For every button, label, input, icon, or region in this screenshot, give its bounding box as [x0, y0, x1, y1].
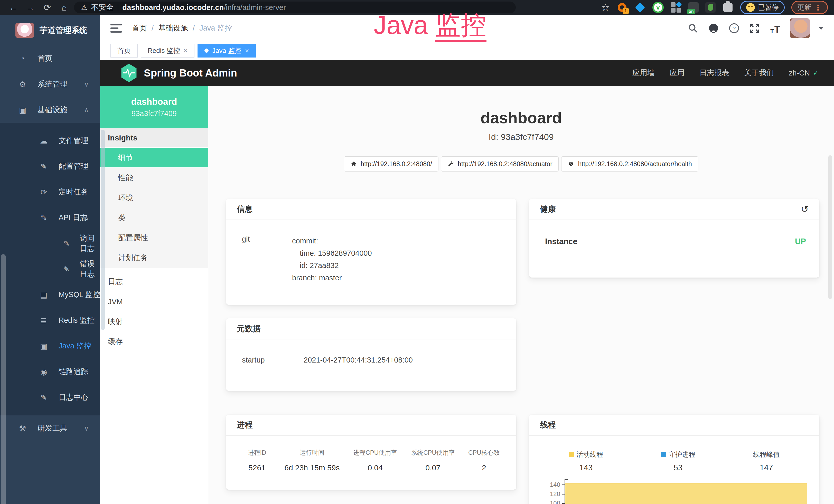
user-avatar[interactable] [790, 18, 810, 38]
sba-nav-journal[interactable]: 日志报表 [699, 68, 729, 78]
sidebar-item-api-logs[interactable]: ✎ API 日志 ∧ [0, 205, 100, 231]
reload-icon[interactable]: ⟳ [40, 2, 54, 13]
sba-nav-applications[interactable]: 应用 [670, 68, 684, 78]
user-menu-caret-icon[interactable] [818, 27, 824, 30]
font-size-icon[interactable]: TT [769, 22, 781, 34]
close-tab-icon[interactable]: × [245, 47, 249, 55]
breadcrumb-separator: / [193, 24, 195, 32]
app-logo [16, 23, 34, 38]
instance-id-line: Id: 93a3fc7f7409 [208, 132, 834, 142]
url-text[interactable]: dashboard.yudao.iocoder.cn/infra/admin-s… [122, 3, 286, 12]
annotation-java-monitor: Java 监控 [374, 10, 486, 40]
info-panel-title: 信息 [226, 199, 516, 220]
instance-nav-jvm[interactable]: JVM [100, 292, 208, 312]
tab-home[interactable]: 首页 [110, 44, 138, 58]
sidebar-item-error-logs[interactable]: ✎ 错误日志 [0, 256, 100, 282]
threads-legend: 活动线程 143 守护进程 53 线程峰值 147 [540, 450, 809, 473]
process-panel-title: 进程 [226, 415, 516, 436]
extension-grid-icon[interactable] [671, 2, 682, 13]
kebab-menu-icon[interactable]: ⋮ [814, 3, 822, 12]
wrench-icon [447, 161, 454, 167]
insights-group-label: Insights [100, 129, 208, 148]
sidebar-item-home[interactable]: ◔ 首页 [0, 46, 100, 71]
health-url-button[interactable]: http://192.168.0.2:48080/actuator/health [561, 156, 698, 171]
extension-badge: 1 [622, 8, 629, 14]
diamond-icon [635, 2, 645, 13]
breadcrumb-separator: / [152, 24, 154, 32]
paused-profile-chip[interactable]: 已暂停 [740, 1, 785, 14]
legend-active-threads: 活动线程 143 [569, 450, 603, 473]
actuator-url-button[interactable]: http://192.168.0.2:48080/actuator [441, 156, 559, 171]
health-instance-row[interactable]: Instance UP [540, 230, 809, 254]
instance-nav-config-props[interactable]: 配置属性 [100, 228, 208, 248]
sidebar-scrollbar[interactable] [1, 254, 6, 504]
collapse-sidebar-icon[interactable] [110, 24, 122, 32]
instance-nav-environment[interactable]: 环境 [100, 188, 208, 208]
tab-java-monitor[interactable]: Java 监控 × [198, 44, 256, 58]
extension-blue-icon[interactable] [634, 2, 646, 13]
close-tab-icon[interactable]: × [184, 47, 188, 55]
forward-icon[interactable]: → [23, 3, 38, 13]
process-table: 进程ID 运行时间 进程CPU使用率 系统CPU使用率 CPU核心数 5261 … [237, 449, 505, 472]
extensions-puzzle-icon[interactable] [722, 2, 733, 13]
instance-nav-logs[interactable]: 日志 [100, 272, 208, 292]
update-label: 更新 [797, 3, 811, 12]
sidebar-item-scheduled-tasks[interactable]: ⟳ 定时任务 [0, 179, 100, 205]
browser-actions: ☆ 1 v on 已暂停 更新⋮ [601, 1, 828, 14]
instance-header[interactable]: dashboard 93a3fc7f7409 [100, 86, 208, 129]
github-icon[interactable] [708, 22, 720, 34]
sidebar-item-access-logs[interactable]: ✎ 访问日志 [0, 231, 100, 256]
instance-sidebar-scrollbar[interactable] [101, 130, 105, 330]
app-logo-row[interactable]: 芋道管理系统 [0, 15, 100, 46]
help-icon[interactable]: ? [728, 22, 740, 34]
extension-on-icon[interactable]: on [688, 2, 699, 13]
locale-selector[interactable]: zh-CN ✓ [789, 69, 818, 77]
sidebar-item-java-monitor[interactable]: ▣ Java 监控 [0, 333, 100, 359]
instance-nav-mappings[interactable]: 映射 [100, 312, 208, 332]
sidebar-item-system-mgmt[interactable]: ⚙ 系统管理 ∨ [0, 71, 100, 97]
instance-nav-classes[interactable]: 类 [100, 208, 208, 228]
instance-nav-details[interactable]: 细节 [100, 148, 208, 168]
update-browser-button[interactable]: 更新⋮ [791, 1, 828, 14]
extension-leaf-icon[interactable] [705, 2, 716, 13]
sidebar-item-redis-monitor[interactable]: ≣ Redis 监控 [0, 307, 100, 333]
daemon-threads-value: 53 [674, 463, 682, 473]
sba-nav-wallboard[interactable]: 应用墙 [632, 68, 655, 78]
puzzle-icon [723, 3, 732, 12]
metadata-startup-row: startup 2021-04-27T00:44:31.254+08:00 [237, 350, 505, 372]
edit-icon: ✎ [39, 213, 49, 222]
sba-nav-about[interactable]: 关于我们 [744, 68, 774, 78]
gear-icon: ⚙ [18, 80, 28, 89]
sba-logo-icon[interactable] [121, 64, 137, 82]
browser-home-icon[interactable]: ⌂ [57, 3, 71, 13]
instance-nav-metrics[interactable]: 性能 [100, 168, 208, 188]
extension-orange-icon[interactable]: 1 [616, 2, 628, 13]
threads-plot-area: 140 120 100 [565, 479, 807, 504]
fullscreen-icon[interactable] [749, 22, 761, 34]
breadcrumb-home[interactable]: 首页 [132, 23, 147, 33]
sidebar-item-log-center[interactable]: ✎ 日志中心 [0, 385, 100, 410]
edit-icon: ✎ [63, 239, 70, 248]
sidebar-item-infrastructure[interactable]: ▣ 基础设施 ∧ [0, 97, 100, 123]
history-icon[interactable]: ↺ [801, 204, 809, 215]
instance-nav-scheduled-tasks[interactable]: 计划任务 [100, 248, 208, 268]
process-panel: 进程 进程ID 运行时间 进程CPU使用率 系统CPU使用率 CPU核心数 52… [226, 415, 516, 489]
security-label[interactable]: 不安全 [91, 2, 113, 13]
search-icon[interactable] [687, 22, 699, 34]
back-icon[interactable]: ← [6, 3, 21, 13]
sidebar-item-config-mgmt[interactable]: ✎ 配置管理 [0, 154, 100, 179]
sba-brand[interactable]: Spring Boot Admin [144, 67, 237, 79]
service-url-button[interactable]: http://192.168.0.2:48080/ [344, 156, 438, 171]
sidebar-item-mysql-monitor[interactable]: ▤ MySQL 监控 [0, 282, 100, 307]
sidebar-item-dev-tools[interactable]: ⚒ 研发工具 ∨ [0, 415, 100, 441]
sidebar-item-file-mgmt[interactable]: ☁ 文件管理 [0, 128, 100, 154]
breadcrumb-infrastructure[interactable]: 基础设施 [158, 23, 188, 33]
bookmark-star-icon[interactable]: ☆ [601, 2, 610, 13]
extension-v-icon[interactable]: v [652, 2, 664, 13]
sidebar-item-tracing[interactable]: ◉ 链路追踪 [0, 359, 100, 385]
tab-redis-monitor[interactable]: Redis 监控 × [141, 44, 194, 58]
metadata-panel: 元数据 startup 2021-04-27T00:44:31.254+08:0… [226, 318, 516, 391]
instance-nav-caches[interactable]: 缓存 [100, 332, 208, 352]
omnibox-divider [118, 4, 118, 11]
content-scrollbar[interactable] [828, 155, 832, 299]
